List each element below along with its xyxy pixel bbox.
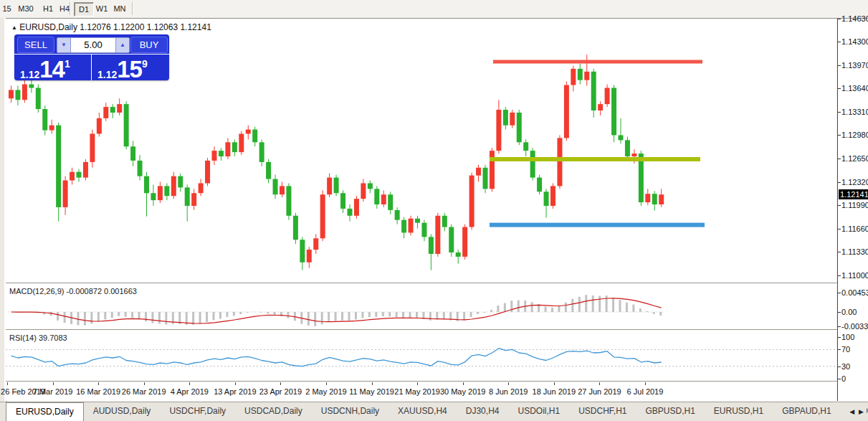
price-tick-mark	[838, 275, 841, 276]
rsi-tick-mark	[838, 349, 841, 350]
price-tick-mark	[838, 19, 841, 19]
date-tick-mark	[463, 382, 464, 385]
price-tick-mark	[838, 159, 841, 159]
current-price-badge: 1.12141	[839, 189, 868, 199]
tab-scroll-buttons: ◀▶	[846, 402, 867, 420]
tab-scroll-right-icon[interactable]: ▶	[859, 408, 864, 415]
timeframe-button-h1[interactable]: H1	[40, 2, 56, 15]
date-tick-mark	[599, 382, 600, 385]
chart-tab-eurusd-h1[interactable]: EURUSD,H1	[705, 402, 773, 421]
date-tick-label: 4 Apr 2019	[171, 387, 209, 396]
timeframe-button-w1[interactable]: W1	[92, 2, 111, 15]
rsi-tick-mark	[838, 337, 841, 338]
price-tick-label: 1.14300	[841, 37, 868, 47]
macd-tick-mark	[838, 312, 841, 313]
date-tick-mark	[189, 382, 190, 385]
timeframe-button-mn[interactable]: MN	[110, 2, 129, 15]
price-tick-mark	[838, 42, 841, 42]
sell-price-sup: 1	[65, 58, 70, 70]
date-tick-label: 27 Jun 2019	[578, 387, 621, 396]
chart-tab-xauusd-h4[interactable]: XAUUSD,H4	[388, 402, 457, 421]
chart-ohlc-values: 1.12076 1.12200 1.12063 1.12141	[80, 22, 211, 32]
date-tick-label: 13 Apr 2019	[214, 387, 256, 396]
price-tick-label: 1.13310	[841, 108, 868, 117]
sell-price[interactable]: 1.12141	[20, 56, 70, 79]
date-tick-mark	[235, 382, 236, 385]
macd-tick-mark	[838, 326, 841, 327]
price-tick-mark	[838, 135, 841, 136]
timeframe-toolbar: 15M30H1H4D1W1MN	[0, 0, 868, 19]
date-tick-mark	[417, 382, 418, 385]
price-chart-pane[interactable]: ▲ EURUSD,Daily 1.12076 1.12200 1.12063 1…	[6, 19, 836, 283]
chart-tab-usdchf-daily[interactable]: USDCHF,Daily	[160, 402, 235, 421]
macd-tick-label: 0.00	[841, 308, 857, 317]
rsi-tick-label: 30	[841, 362, 850, 372]
one-click-trading-panel: SELL ▼ 5.00 ▲ BUY 1.12141 1.12159	[14, 34, 169, 80]
macd-label: MACD(12,26,9) -0.000872 0.001663	[9, 287, 137, 295]
price-tick-mark	[838, 182, 841, 183]
buy-price-base: 1.12	[97, 69, 117, 80]
date-tick-mark	[645, 382, 646, 385]
timeframe-button-m30[interactable]: M30	[15, 2, 37, 15]
date-tick-mark	[326, 382, 327, 385]
chart-tab-audusd-daily[interactable]: AUDUSD,Daily	[84, 402, 161, 421]
mt4-terminal: 15M30H1H4D1W1MN ▲ EURUSD,Daily 1.12076 1…	[0, 0, 868, 421]
date-tick-label: 11 May 2019	[349, 387, 394, 396]
chart-tab-usdchf-h1[interactable]: USDCHF,H1	[569, 402, 636, 421]
trade-panel-divider	[14, 54, 169, 55]
date-tick-mark	[508, 382, 509, 385]
timeframe-button-15[interactable]: 15	[1, 2, 12, 15]
price-tick-label: 1.12650	[841, 154, 868, 164]
macd-pane[interactable]: MACD(12,26,9) -0.000872 0.001663	[6, 285, 836, 329]
macd-tick-mark	[838, 293, 841, 293]
chart-title: ▲ EURUSD,Daily 1.12076 1.12200 1.12063 1…	[11, 22, 211, 32]
chart-tab-dj30-h4[interactable]: DJ30,H4	[457, 402, 509, 421]
price-tick-mark	[838, 88, 841, 89]
price-tick-label: 1.11000	[841, 271, 868, 280]
symbol-arrow-icon: ▲	[11, 24, 17, 31]
price-tick-mark	[838, 252, 841, 252]
volume-input[interactable]: 5.00	[70, 37, 116, 53]
chart-tab-usdcad-daily[interactable]: USDCAD,Daily	[235, 402, 312, 421]
rsi-tick-label: 100	[841, 333, 854, 342]
macd-tick-label: 0.004537	[841, 288, 868, 298]
rsi-tick-label: 0	[841, 374, 846, 384]
price-tick-label: 1.13970	[841, 61, 868, 70]
date-tick-label: 23 Apr 2019	[259, 387, 302, 396]
price-tick-label: 1.12980	[841, 131, 868, 140]
date-axis: 26 Feb 20197 Mar 201916 Mar 201926 Mar 2…	[6, 382, 836, 401]
rsi-pane[interactable]: RSI(14) 39.7083	[6, 331, 836, 381]
toolbar-separator	[132, 2, 133, 15]
trade-panel-divider	[91, 55, 92, 80]
buy-price-sup: 9	[142, 58, 148, 70]
chart-tab-bar: EURUSD,DailyAUDUSD,DailyUSDCHF,DailyUSDC…	[0, 402, 868, 421]
chart-symbol: EURUSD,Daily	[19, 22, 77, 32]
sell-price-big: 14	[39, 56, 65, 82]
price-tick-mark	[838, 229, 841, 230]
date-tick-label: 21 May 2019	[394, 387, 440, 396]
date-tick-mark	[7, 382, 8, 385]
buy-button[interactable]: BUY	[130, 37, 168, 53]
volume-increase-button[interactable]: ▲	[115, 37, 130, 53]
tab-scroll-left-icon[interactable]: ◀	[849, 408, 854, 415]
date-tick-mark	[280, 382, 281, 385]
price-tick-mark	[838, 65, 841, 66]
rsi-tick-mark	[838, 379, 841, 379]
chart-tab-usdcnh-daily[interactable]: USDCNH,Daily	[312, 402, 388, 421]
rsi-chart[interactable]	[6, 331, 836, 381]
chart-tab-gbpaud-h1[interactable]: GBPAUD,H1	[773, 402, 840, 421]
price-axis[interactable]: 1.146301.143001.139701.136401.133101.129…	[837, 19, 868, 401]
chart-tab-usdoil-h1[interactable]: USDOil,H1	[508, 402, 569, 421]
date-tick-label: 8 Jun 2019	[489, 387, 528, 396]
date-tick-label: 7 Mar 2019	[33, 387, 73, 396]
volume-decrease-button[interactable]: ▼	[57, 37, 71, 53]
chart-tab-eurusd-daily[interactable]: EURUSD,Daily	[6, 402, 84, 421]
sell-button[interactable]: SELL	[17, 37, 54, 53]
date-tick-label: 16 Mar 2019	[76, 387, 120, 396]
price-tick-mark	[838, 205, 841, 206]
timeframe-button-d1[interactable]: D1	[74, 2, 94, 16]
chart-tab-gbpusd-h1[interactable]: GBPUSD,H1	[636, 402, 705, 421]
toolbar-separator	[70, 2, 71, 15]
buy-price[interactable]: 1.12159	[97, 56, 148, 79]
price-tick-label: 1.12320	[841, 178, 868, 187]
